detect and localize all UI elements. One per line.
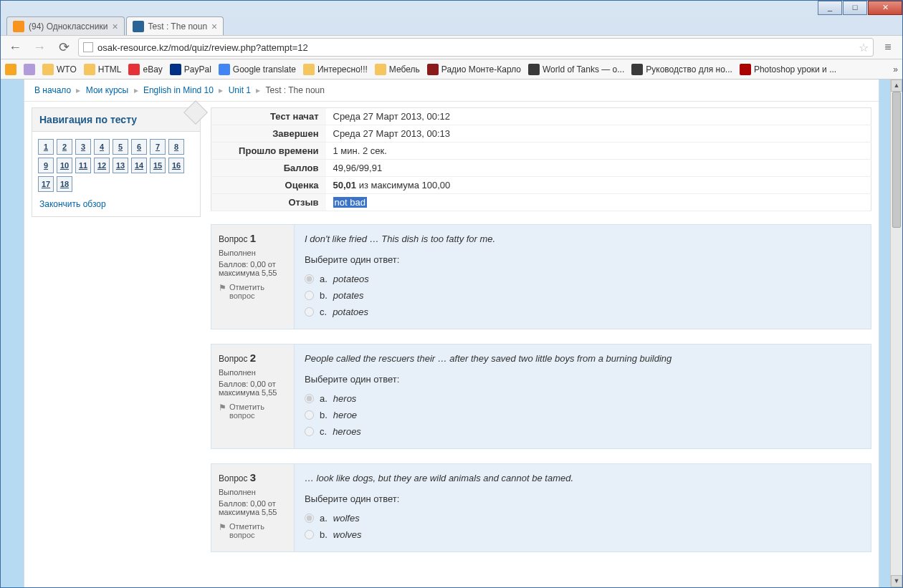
radio-input[interactable] bbox=[305, 410, 314, 420]
option-letter: b. bbox=[320, 290, 328, 301]
address-bar[interactable]: osak-resource.kz/mod/quiz/review.php?att… bbox=[78, 38, 874, 57]
favicon-icon bbox=[427, 64, 439, 75]
browser-toolbar: ← → ⟳ osak-resource.kz/mod/quiz/review.p… bbox=[1, 35, 902, 59]
bookmark-item[interactable]: Photoshop уроки и ... bbox=[740, 64, 836, 75]
question-nav-15[interactable]: 15 bbox=[150, 158, 166, 173]
scrollbar-vertical[interactable]: ▲ ▼ bbox=[890, 79, 902, 587]
question-block: Вопрос 1ВыполненБаллов: 0,00 от максимум… bbox=[211, 224, 871, 329]
question-nav-7[interactable]: 7 bbox=[150, 139, 166, 155]
breadcrumb-link[interactable]: В начало bbox=[34, 85, 71, 95]
radio-input[interactable] bbox=[305, 394, 314, 403]
bookmark-item[interactable] bbox=[24, 64, 35, 75]
scroll-up-button[interactable]: ▲ bbox=[891, 79, 902, 92]
question-nav-18[interactable]: 18 bbox=[57, 176, 72, 192]
back-button[interactable]: ← bbox=[5, 37, 25, 57]
radio-input[interactable] bbox=[305, 291, 314, 300]
answer-option: a. wolfes bbox=[305, 510, 861, 526]
bookmark-item[interactable]: eBay bbox=[128, 64, 162, 75]
favicon-icon bbox=[740, 64, 751, 75]
chevron-right-icon: ▸ bbox=[256, 85, 260, 95]
question-mark: Баллов: 0,00 от максимума 5,55 bbox=[219, 260, 287, 277]
flag-question-link[interactable]: ⚑Отметить вопрос bbox=[219, 403, 287, 420]
favicon-ok-icon bbox=[13, 21, 24, 32]
radio-input[interactable] bbox=[305, 427, 314, 436]
summary-key: Оценка bbox=[211, 177, 326, 194]
option-text: heroes bbox=[333, 426, 361, 437]
option-text: wolves bbox=[333, 529, 362, 540]
window-maximize-button[interactable]: □ bbox=[843, 1, 867, 15]
window-minimize-button[interactable]: _ bbox=[818, 1, 842, 15]
question-nav-9[interactable]: 9 bbox=[38, 158, 54, 173]
summary-key: Прошло времени bbox=[211, 143, 326, 160]
browser-tab[interactable]: (94) Одноклассники × bbox=[6, 16, 125, 35]
close-icon[interactable]: × bbox=[112, 21, 118, 32]
question-nav-6[interactable]: 6 bbox=[131, 139, 147, 155]
summary-key: Тест начат bbox=[211, 108, 326, 125]
question-nav-2[interactable]: 2 bbox=[57, 139, 72, 155]
radio-input[interactable] bbox=[305, 514, 314, 523]
reload-button[interactable]: ⟳ bbox=[54, 37, 74, 57]
bookmark-item[interactable]: HTML bbox=[84, 64, 122, 75]
breadcrumb-link[interactable]: Unit 1 bbox=[229, 85, 251, 95]
question-block: Вопрос 3ВыполненБаллов: 0,00 от максимум… bbox=[211, 463, 871, 552]
question-nav-11[interactable]: 11 bbox=[75, 158, 91, 173]
radio-input[interactable] bbox=[305, 274, 314, 284]
scroll-thumb[interactable] bbox=[892, 92, 901, 228]
question-number: Вопрос 3 bbox=[219, 471, 287, 483]
question-nav-13[interactable]: 13 bbox=[113, 158, 128, 173]
breadcrumb-link[interactable]: Мои курсы bbox=[86, 85, 128, 95]
option-letter: c. bbox=[320, 307, 327, 317]
question-nav-16[interactable]: 16 bbox=[168, 158, 184, 173]
question-nav-12[interactable]: 12 bbox=[94, 158, 110, 173]
question-nav-17[interactable]: 17 bbox=[38, 176, 54, 192]
question-nav-1[interactable]: 1 bbox=[38, 139, 54, 155]
chrome-menu-button[interactable]: ≡ bbox=[878, 37, 898, 57]
question-grid: 123456789101112131415161718 bbox=[32, 132, 200, 196]
bookmark-item[interactable] bbox=[5, 64, 16, 75]
answer-option: c. heroes bbox=[305, 423, 861, 440]
bookmarks-overflow-button[interactable]: » bbox=[893, 64, 898, 74]
option-text: heros bbox=[333, 393, 357, 404]
bookmark-item[interactable]: Google translate bbox=[219, 64, 296, 75]
browser-tab[interactable]: Test : The noun × bbox=[126, 16, 224, 35]
forward-button[interactable]: → bbox=[29, 37, 49, 57]
tab-title: (94) Одноклассники bbox=[29, 21, 108, 32]
question-nav-4[interactable]: 4 bbox=[94, 139, 110, 155]
close-icon[interactable]: × bbox=[211, 21, 217, 32]
option-letter: b. bbox=[320, 410, 328, 420]
flag-question-link[interactable]: ⚑Отметить вопрос bbox=[219, 283, 287, 300]
bookmark-item[interactable]: Руководство для но... bbox=[631, 64, 732, 75]
scroll-down-button[interactable]: ▼ bbox=[891, 575, 902, 587]
flag-question-link[interactable]: ⚑Отметить вопрос bbox=[219, 522, 287, 539]
bookmark-item[interactable]: WTO bbox=[42, 64, 77, 75]
question-nav-10[interactable]: 10 bbox=[57, 158, 72, 173]
bookmark-item[interactable]: Радио Монте-Карло bbox=[427, 64, 521, 75]
favicon-icon bbox=[5, 64, 16, 75]
question-nav-3[interactable]: 3 bbox=[75, 139, 91, 155]
option-text: heroe bbox=[333, 410, 357, 420]
question-nav-14[interactable]: 14 bbox=[131, 158, 147, 173]
summary-row: Оценка50,01 из максимума 100,00 bbox=[211, 177, 871, 194]
page-viewport: В начало ▸ Мои курсы ▸ English in Mind 1… bbox=[1, 79, 902, 587]
bookmark-label: Google translate bbox=[233, 64, 296, 74]
question-nav-8[interactable]: 8 bbox=[168, 139, 184, 155]
question-nav-5[interactable]: 5 bbox=[113, 139, 128, 155]
bookmark-item[interactable]: Мебель bbox=[375, 64, 420, 75]
breadcrumb: В начало ▸ Мои курсы ▸ English in Mind 1… bbox=[24, 79, 879, 102]
question-state: Выполнен bbox=[219, 368, 287, 377]
bookmark-item[interactable]: Интересно!!! bbox=[303, 64, 368, 75]
chevron-right-icon: ▸ bbox=[134, 85, 138, 95]
bookmark-label: Мебель bbox=[389, 64, 420, 74]
bookmark-star-icon[interactable]: ☆ bbox=[859, 41, 869, 54]
breadcrumb-link[interactable]: English in Mind 10 bbox=[143, 85, 214, 95]
window-close-button[interactable]: ✕ bbox=[868, 1, 902, 15]
scroll-track[interactable] bbox=[891, 92, 902, 575]
finish-review-link[interactable]: Закончить обзор bbox=[32, 196, 200, 216]
question-state: Выполнен bbox=[219, 488, 287, 496]
summary-value: Среда 27 Март 2013, 00:13 bbox=[326, 125, 871, 143]
bookmark-item[interactable]: World of Tanks — о... bbox=[528, 64, 624, 75]
favicon-icon bbox=[170, 64, 181, 75]
radio-input[interactable] bbox=[305, 530, 314, 539]
bookmark-item[interactable]: PayPal bbox=[170, 64, 211, 75]
radio-input[interactable] bbox=[305, 307, 314, 317]
